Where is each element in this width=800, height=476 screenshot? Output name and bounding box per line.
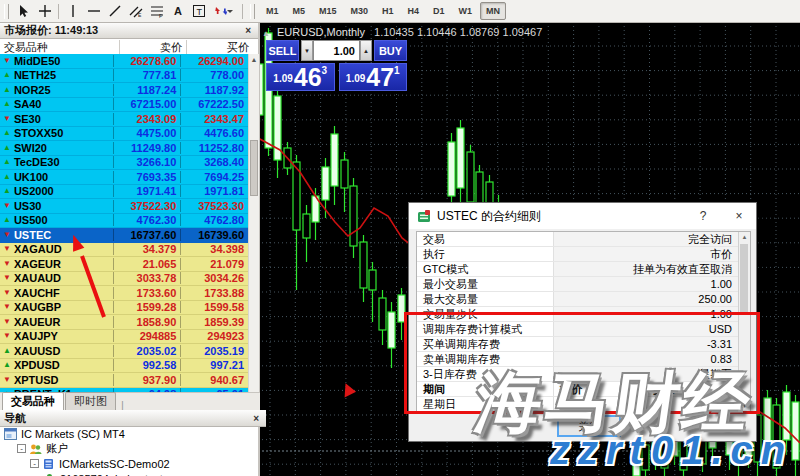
arrows-dropdown-icon[interactable] [209, 2, 239, 20]
spec-row: 3-日库存费星期五 [417, 367, 738, 382]
symbol-label: XAGAUD [14, 243, 62, 255]
timeframe-mn[interactable]: MN [480, 2, 506, 20]
equidistant-channel-icon[interactable]: E [125, 2, 146, 20]
nav-item-ic-markets-sc-mt4[interactable]: IC Markets (SC) MT4 [0, 426, 258, 441]
timeframe-m30[interactable]: M30 [345, 2, 375, 20]
nav-item-21685704-helen-test[interactable]: 21685704: helen test [0, 471, 258, 476]
column-symbol[interactable]: 交易品种 [0, 40, 119, 55]
market-row-US30[interactable]: ▼US3037522.3037523.30 [0, 199, 248, 214]
timeframe-w1[interactable]: W1 [453, 2, 479, 20]
ask-cell: 997.21 [180, 359, 248, 371]
buy-price-prefix: 1.09 [346, 73, 365, 84]
nav-item-icmarketssc-demo02[interactable]: -ICMarketsSC-Demo02 [0, 456, 258, 471]
market-row-XPDUSD[interactable]: ▲XPDUSD992.58997.21 [0, 359, 248, 374]
down-arrow-icon: ▼ [3, 376, 11, 384]
spec-row: 最大交易量250.00 [417, 292, 738, 307]
text-icon[interactable]: A [167, 2, 188, 20]
collapse-icon[interactable]: ▲ [262, 29, 270, 38]
market-row-XAUGBP[interactable]: ▼XAUGBP1599.281599.58 [0, 301, 248, 316]
bid-cell: 4762.30 [113, 214, 181, 226]
crosshair-icon[interactable] [34, 2, 55, 20]
timeframe-grip[interactable] [250, 4, 255, 19]
symbol-cell: ▲XAUUSD [0, 345, 113, 357]
buy-price-panel[interactable]: 1.09 47 1 [339, 63, 408, 91]
symbol-cell: ▼SE30 [0, 113, 113, 125]
market-row-TecDE30[interactable]: ▲TecDE303266.103268.40 [0, 156, 248, 171]
market-row-XAUJPY[interactable]: ▼XAUJPY294885294923 [0, 330, 248, 345]
toolbar-grip[interactable] [4, 4, 9, 19]
market-row-XAGEUR[interactable]: ▼XAGEUR21.06521.079 [0, 257, 248, 272]
scroll-thumb[interactable] [250, 140, 258, 196]
session-quote [553, 397, 646, 411]
market-row-SA40[interactable]: ▲SA4067215.0067222.50 [0, 98, 248, 113]
bid-cell: 1733.60 [113, 287, 181, 299]
market-watch-tabs: 交易品种即时图| [0, 392, 260, 411]
market-row-XAUUSD[interactable]: ▲XAUUSD2035.022035.19 [0, 344, 248, 359]
horizontal-line-icon[interactable] [83, 2, 104, 20]
market-row-XPTUSD[interactable]: ▼XPTUSD937.90940.67 [0, 373, 248, 388]
market-row-US500[interactable]: ▲US5004762.304762.80 [0, 214, 248, 229]
ask-cell: 940.67 [180, 374, 248, 386]
dialog-scroll-up-icon[interactable]: ▲ [739, 232, 750, 243]
symbol-label: XAUGBP [14, 301, 61, 313]
close-button[interactable]: 关闭 [557, 415, 621, 437]
market-row-NETH25[interactable]: ▲NETH25777.81778.00 [0, 69, 248, 84]
spec-label: 最大交易量 [417, 292, 553, 307]
market-watch-scrollbar[interactable]: ▲ ▼ [248, 54, 259, 410]
market-row-XAGAUD[interactable]: ▼XAGAUD34.37934.398 [0, 243, 248, 258]
timeframe-m15[interactable]: M15 [313, 2, 343, 20]
spec-table: 交易完全访问执行市价GTC模式挂单为有效直至取消最小交易量1.00最大交易量25… [416, 231, 751, 413]
cursor-icon[interactable] [13, 2, 34, 20]
scroll-up-icon[interactable]: ▲ [249, 54, 259, 66]
collapse-expander-icon[interactable]: - [30, 459, 39, 468]
market-row-USTEC[interactable]: ▼USTEC16737.6016739.60 [0, 228, 248, 243]
tab-symbols[interactable]: 交易品种 [2, 392, 64, 411]
label-icon[interactable]: T [188, 2, 209, 20]
server-icon [42, 458, 55, 470]
market-row-XAUAUD[interactable]: ▼XAUAUD3033.783034.26 [0, 272, 248, 287]
sell-button[interactable]: SELL [266, 40, 299, 61]
volume-input[interactable]: 1.00 [313, 40, 360, 61]
market-row-NOR25[interactable]: ▲NOR251187.241187.92 [0, 83, 248, 98]
vertical-line-icon[interactable] [62, 2, 83, 20]
dialog-close-icon[interactable]: × [724, 205, 754, 227]
sell-price-panel[interactable]: 1.09 46 3 [266, 63, 335, 91]
spec-row: 交易量步长1.00 [417, 307, 738, 322]
buy-button[interactable]: BUY [374, 40, 407, 61]
nav-item--[interactable]: -账户 [0, 441, 258, 456]
timeframe-h4[interactable]: H4 [402, 2, 426, 20]
timeframe-m5[interactable]: M5 [287, 2, 312, 20]
market-row-XAUCHF[interactable]: ▼XAUCHF1733.601733.88 [0, 286, 248, 301]
help-button[interactable]: ? [688, 205, 718, 227]
bid-cell: 11249.80 [113, 142, 181, 154]
column-bid[interactable]: 卖价 [119, 40, 186, 55]
column-ask[interactable]: 买价 [186, 40, 253, 55]
market-row-SE30[interactable]: ▼SE302343.092343.47 [0, 112, 248, 127]
market-row-XAUEUR[interactable]: ▼XAUEUR1858.901859.39 [0, 315, 248, 330]
nav-item-label: 账户 [46, 441, 68, 456]
symbol-cell: ▼XAUGBP [0, 301, 113, 313]
navigator-titlebar: 导航 × [0, 410, 266, 427]
trendline-icon[interactable] [104, 2, 125, 20]
fibonacci-icon[interactable]: F [146, 2, 167, 20]
market-row-US2000[interactable]: ▲US20001971.411971.81 [0, 185, 248, 200]
tab-tick-chart[interactable]: 即时图 [65, 392, 116, 411]
collapse-expander-icon[interactable]: - [17, 444, 26, 453]
market-watch-close-icon[interactable]: × [242, 25, 254, 36]
dialog-scrollbar[interactable]: ▲ ▼ [738, 232, 750, 412]
ask-cell: 1859.39 [180, 316, 248, 328]
market-row-UK100[interactable]: ▲UK1007693.357694.25 [0, 170, 248, 185]
symbol-label: NOR25 [14, 84, 51, 96]
market-row-SWI20[interactable]: ▲SWI2011249.8011252.80 [0, 141, 248, 156]
sell-price-prefix: 1.09 [273, 73, 292, 84]
timeframe-d1[interactable]: D1 [427, 2, 451, 20]
navigator-close-icon[interactable]: × [250, 413, 262, 424]
volume-increase-button[interactable]: ▲ [360, 40, 372, 61]
timeframe-h1[interactable]: H1 [376, 2, 400, 20]
timeframe-m1[interactable]: M1 [260, 2, 285, 20]
market-row-MidDE50[interactable]: ▼MidDE5026278.6026294.00 [0, 54, 248, 69]
market-row-STOXX50[interactable]: ▲STOXX504475.004476.60 [0, 127, 248, 142]
volume-decrease-button[interactable]: ▼ [301, 40, 313, 61]
dialog-scroll-thumb[interactable] [740, 244, 748, 314]
bid-cell: 21.065 [113, 258, 181, 270]
